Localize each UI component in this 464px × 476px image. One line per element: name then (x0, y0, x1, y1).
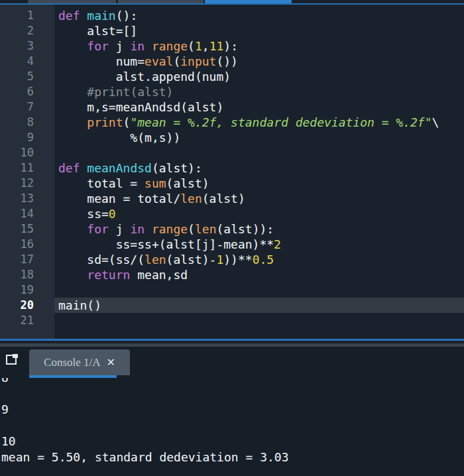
code-editor[interactable]: 1def main():2 alst=[]3 for j in range(1,… (0, 5, 464, 339)
code-text: return mean,sd (54, 267, 464, 282)
new-window-icon[interactable] (6, 354, 18, 365)
line-number: 4 (0, 54, 54, 69)
code-line[interactable]: 5 alst.append(num) (0, 69, 464, 84)
line-number: 15 (0, 221, 54, 237)
code-line[interactable]: 10 (0, 145, 464, 160)
close-icon[interactable]: ✕ (107, 357, 115, 368)
line-number: 9 (0, 130, 54, 145)
code-text: print("mean = %.2f, standard dedeviation… (54, 115, 464, 130)
console-output-area[interactable]: 8 9 10 mean = 5.50, standard dedeviation… (0, 378, 464, 476)
code-line[interactable]: 8 print("mean = %.2f, standard dedeviati… (0, 115, 464, 130)
code-line[interactable]: 18 return mean,sd (0, 267, 464, 282)
console-tab[interactable]: Console 1/A ✕ (29, 349, 130, 375)
line-number: 21 (0, 313, 54, 328)
line-number: 13 (0, 191, 54, 206)
line-number: 12 (0, 176, 54, 191)
code-text (54, 145, 464, 160)
line-number: 20 (0, 298, 54, 313)
new-window-icon-pane (13, 354, 18, 358)
line-number: 17 (0, 252, 54, 267)
code-lines: 1def main():2 alst=[]3 for j in range(1,… (0, 5, 464, 328)
code-text: m,s=meanAndsd(alst) (54, 99, 464, 115)
code-line[interactable]: 4 num=eval(input()) (0, 54, 464, 69)
code-line[interactable]: 17 sd=(ss/(len(alst)-1))**0.5 (0, 252, 464, 267)
line-number: 5 (0, 69, 54, 84)
code-text: alst.append(num) (54, 69, 464, 84)
code-text: mean = total/len(alst) (54, 191, 464, 206)
code-text: num=eval(input()) (54, 54, 464, 69)
code-text: sd=(ss/(len(alst)-1))**0.5 (54, 252, 464, 267)
code-text: for j in range(len(alst)): (54, 221, 464, 237)
code-line[interactable]: 20main() (0, 298, 464, 313)
code-text: main() (54, 298, 464, 313)
ide-window: 1def main():2 alst=[]3 for j in range(1,… (0, 0, 464, 476)
line-number: 7 (0, 99, 54, 115)
code-line[interactable]: 19 (0, 282, 464, 298)
line-number: 16 (0, 237, 54, 252)
line-number: 3 (0, 38, 54, 54)
code-line[interactable]: 7 m,s=meanAndsd(alst) (0, 99, 464, 115)
code-line[interactable]: 6 #print(alst) (0, 84, 464, 99)
code-line[interactable]: 9 %(m,s)) (0, 130, 464, 145)
code-text (54, 313, 464, 328)
code-line[interactable]: 13 mean = total/len(alst) (0, 191, 464, 206)
line-number: 14 (0, 206, 54, 221)
code-text: total = sum(alst) (54, 176, 464, 191)
code-line[interactable]: 1def main(): (0, 8, 464, 23)
line-number: 8 (0, 115, 54, 130)
line-number: 11 (0, 160, 54, 176)
line-number: 18 (0, 267, 54, 282)
line-number: 6 (0, 84, 54, 99)
line-number: 2 (0, 23, 54, 38)
console-pane: Console 1/A ✕ 8 9 10 mean = 5.50, standa… (0, 347, 464, 476)
code-text: #print(alst) (54, 84, 464, 99)
line-number: 10 (0, 145, 54, 160)
code-line[interactable]: 21 (0, 313, 464, 328)
editor-tab-strip (0, 0, 464, 5)
code-text: def meanAndsd(alst): (54, 160, 464, 176)
console-tab-label: Console 1/A (44, 356, 100, 369)
code-text: ss=0 (54, 206, 464, 221)
line-number: 1 (0, 8, 54, 23)
console-output: 8 9 10 mean = 5.50, standard dedeviation… (0, 378, 464, 465)
code-line[interactable]: 12 total = sum(alst) (0, 176, 464, 191)
code-line[interactable]: 3 for j in range(1,11): (0, 38, 464, 54)
code-line[interactable]: 2 alst=[] (0, 23, 464, 38)
console-tab-bar: Console 1/A ✕ (0, 347, 464, 378)
code-text: ss=ss+(alst[j]-mean)**2 (54, 237, 464, 252)
code-line[interactable]: 11def meanAndsd(alst): (0, 160, 464, 176)
code-text: def main(): (54, 8, 464, 23)
line-number: 19 (0, 282, 54, 298)
code-line[interactable]: 15 for j in range(len(alst)): (0, 221, 464, 237)
code-text: for j in range(1,11): (54, 38, 464, 54)
code-text: %(m,s)) (54, 130, 464, 145)
code-line[interactable]: 14 ss=0 (0, 206, 464, 221)
code-text: alst=[] (54, 23, 464, 38)
code-line[interactable]: 16 ss=ss+(alst[j]-mean)**2 (0, 237, 464, 252)
code-text (54, 282, 464, 298)
